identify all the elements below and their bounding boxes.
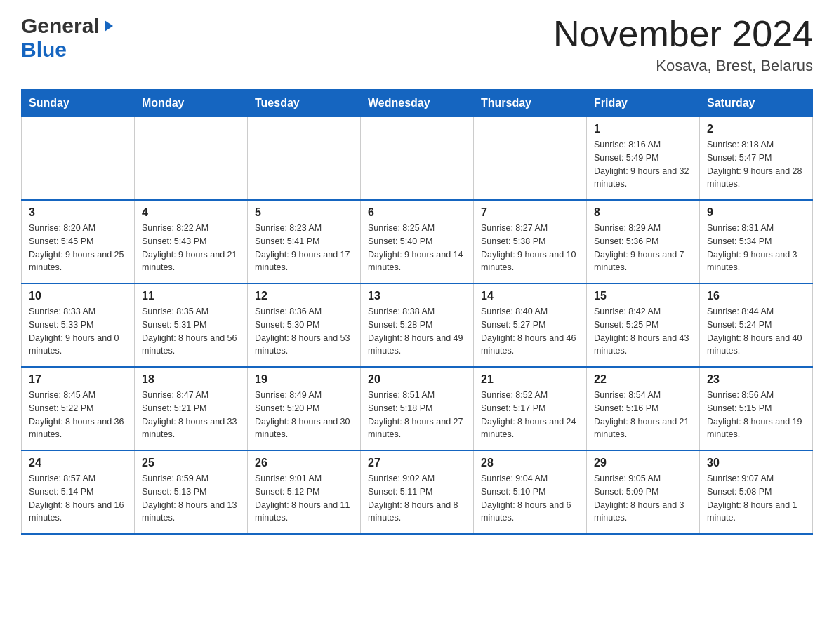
day-number: 14	[481, 290, 579, 302]
table-row: 12Sunrise: 8:36 AMSunset: 5:30 PMDayligh…	[248, 283, 361, 367]
day-info: Sunrise: 8:56 AMSunset: 5:15 PMDaylight:…	[707, 389, 805, 441]
table-row: 28Sunrise: 9:04 AMSunset: 5:10 PMDayligh…	[474, 450, 587, 534]
day-number: 2	[707, 123, 805, 135]
calendar-title-area: November 2024 Kosava, Brest, Belarus	[553, 14, 813, 75]
col-saturday: Saturday	[700, 90, 813, 117]
day-info: Sunrise: 8:54 AMSunset: 5:16 PMDaylight:…	[594, 389, 692, 441]
logo-arrow-icon	[102, 19, 116, 33]
logo: General Blue	[21, 14, 116, 62]
day-info: Sunrise: 8:59 AMSunset: 5:13 PMDaylight:…	[142, 472, 240, 525]
day-number: 29	[594, 457, 692, 469]
day-info: Sunrise: 8:44 AMSunset: 5:24 PMDaylight:…	[707, 305, 805, 358]
day-info: Sunrise: 9:07 AMSunset: 5:08 PMDaylight:…	[707, 472, 805, 525]
day-number: 11	[142, 290, 240, 302]
day-info: Sunrise: 8:49 AMSunset: 5:20 PMDaylight:…	[255, 389, 353, 441]
table-row: 21Sunrise: 8:52 AMSunset: 5:17 PMDayligh…	[474, 367, 587, 450]
day-info: Sunrise: 8:40 AMSunset: 5:27 PMDaylight:…	[481, 305, 579, 358]
table-row: 20Sunrise: 8:51 AMSunset: 5:18 PMDayligh…	[361, 367, 474, 450]
table-row: 14Sunrise: 8:40 AMSunset: 5:27 PMDayligh…	[474, 283, 587, 367]
table-row: 6Sunrise: 8:25 AMSunset: 5:40 PMDaylight…	[361, 200, 474, 283]
day-number: 21	[481, 373, 579, 386]
table-row	[248, 117, 361, 201]
day-number: 18	[142, 373, 240, 386]
calendar-subtitle: Kosava, Brest, Belarus	[553, 57, 813, 75]
day-info: Sunrise: 8:31 AMSunset: 5:34 PMDaylight:…	[707, 222, 805, 274]
table-row: 30Sunrise: 9:07 AMSunset: 5:08 PMDayligh…	[700, 450, 813, 534]
table-row	[135, 117, 248, 201]
table-row: 27Sunrise: 9:02 AMSunset: 5:11 PMDayligh…	[361, 450, 474, 534]
day-info: Sunrise: 8:20 AMSunset: 5:45 PMDaylight:…	[29, 222, 127, 274]
table-row: 5Sunrise: 8:23 AMSunset: 5:41 PMDaylight…	[248, 200, 361, 283]
day-info: Sunrise: 8:36 AMSunset: 5:30 PMDaylight:…	[255, 305, 353, 358]
day-info: Sunrise: 8:57 AMSunset: 5:14 PMDaylight:…	[29, 472, 127, 525]
day-info: Sunrise: 8:23 AMSunset: 5:41 PMDaylight:…	[255, 222, 353, 274]
day-number: 26	[255, 457, 353, 469]
day-number: 4	[142, 206, 240, 219]
table-row: 17Sunrise: 8:45 AMSunset: 5:22 PMDayligh…	[22, 367, 135, 450]
table-row	[22, 117, 135, 201]
day-info: Sunrise: 8:35 AMSunset: 5:31 PMDaylight:…	[142, 305, 240, 358]
col-sunday: Sunday	[22, 90, 135, 117]
day-info: Sunrise: 8:25 AMSunset: 5:40 PMDaylight:…	[368, 222, 466, 274]
table-row: 13Sunrise: 8:38 AMSunset: 5:28 PMDayligh…	[361, 283, 474, 367]
table-row: 1Sunrise: 8:16 AMSunset: 5:49 PMDaylight…	[587, 117, 700, 201]
day-number: 17	[29, 373, 127, 386]
day-info: Sunrise: 8:22 AMSunset: 5:43 PMDaylight:…	[142, 222, 240, 274]
day-info: Sunrise: 9:01 AMSunset: 5:12 PMDaylight:…	[255, 472, 353, 525]
calendar-table: Sunday Monday Tuesday Wednesday Thursday…	[21, 89, 813, 535]
day-number: 10	[29, 290, 127, 302]
day-number: 9	[707, 206, 805, 219]
day-info: Sunrise: 8:51 AMSunset: 5:18 PMDaylight:…	[368, 389, 466, 441]
day-number: 28	[481, 457, 579, 469]
calendar-week-row: 10Sunrise: 8:33 AMSunset: 5:33 PMDayligh…	[22, 283, 813, 367]
calendar-header-row: Sunday Monday Tuesday Wednesday Thursday…	[22, 90, 813, 117]
day-number: 1	[594, 123, 692, 135]
table-row: 16Sunrise: 8:44 AMSunset: 5:24 PMDayligh…	[700, 283, 813, 367]
day-number: 24	[29, 457, 127, 469]
day-number: 5	[255, 206, 353, 219]
col-thursday: Thursday	[474, 90, 587, 117]
day-info: Sunrise: 8:38 AMSunset: 5:28 PMDaylight:…	[368, 305, 466, 358]
day-info: Sunrise: 9:05 AMSunset: 5:09 PMDaylight:…	[594, 472, 692, 525]
day-number: 19	[255, 373, 353, 386]
day-info: Sunrise: 9:04 AMSunset: 5:10 PMDaylight:…	[481, 472, 579, 525]
table-row: 18Sunrise: 8:47 AMSunset: 5:21 PMDayligh…	[135, 367, 248, 450]
col-monday: Monday	[135, 90, 248, 117]
table-row: 22Sunrise: 8:54 AMSunset: 5:16 PMDayligh…	[587, 367, 700, 450]
day-number: 25	[142, 457, 240, 469]
day-number: 16	[707, 290, 805, 302]
table-row: 4Sunrise: 8:22 AMSunset: 5:43 PMDaylight…	[135, 200, 248, 283]
table-row: 26Sunrise: 9:01 AMSunset: 5:12 PMDayligh…	[248, 450, 361, 534]
table-row: 2Sunrise: 8:18 AMSunset: 5:47 PMDaylight…	[700, 117, 813, 201]
calendar-title: November 2024	[553, 14, 813, 54]
table-row	[361, 117, 474, 201]
day-info: Sunrise: 8:52 AMSunset: 5:17 PMDaylight:…	[481, 389, 579, 441]
svg-marker-0	[105, 20, 113, 32]
table-row: 15Sunrise: 8:42 AMSunset: 5:25 PMDayligh…	[587, 283, 700, 367]
day-number: 6	[368, 206, 466, 219]
day-number: 22	[594, 373, 692, 386]
table-row: 29Sunrise: 9:05 AMSunset: 5:09 PMDayligh…	[587, 450, 700, 534]
day-number: 7	[481, 206, 579, 219]
table-row: 24Sunrise: 8:57 AMSunset: 5:14 PMDayligh…	[22, 450, 135, 534]
table-row: 10Sunrise: 8:33 AMSunset: 5:33 PMDayligh…	[22, 283, 135, 367]
page-header: General Blue November 2024 Kosava, Brest…	[21, 14, 813, 75]
day-info: Sunrise: 8:42 AMSunset: 5:25 PMDaylight:…	[594, 305, 692, 358]
col-friday: Friday	[587, 90, 700, 117]
day-info: Sunrise: 8:29 AMSunset: 5:36 PMDaylight:…	[594, 222, 692, 274]
calendar-week-row: 1Sunrise: 8:16 AMSunset: 5:49 PMDaylight…	[22, 117, 813, 201]
table-row: 23Sunrise: 8:56 AMSunset: 5:15 PMDayligh…	[700, 367, 813, 450]
table-row: 3Sunrise: 8:20 AMSunset: 5:45 PMDaylight…	[22, 200, 135, 283]
table-row	[474, 117, 587, 201]
day-number: 20	[368, 373, 466, 386]
calendar-week-row: 3Sunrise: 8:20 AMSunset: 5:45 PMDaylight…	[22, 200, 813, 283]
day-number: 13	[368, 290, 466, 302]
calendar-week-row: 17Sunrise: 8:45 AMSunset: 5:22 PMDayligh…	[22, 367, 813, 450]
day-info: Sunrise: 8:33 AMSunset: 5:33 PMDaylight:…	[29, 305, 127, 358]
logo-general-text: General	[21, 14, 100, 38]
logo-blue-text: Blue	[21, 38, 67, 62]
table-row: 19Sunrise: 8:49 AMSunset: 5:20 PMDayligh…	[248, 367, 361, 450]
day-number: 15	[594, 290, 692, 302]
table-row: 11Sunrise: 8:35 AMSunset: 5:31 PMDayligh…	[135, 283, 248, 367]
table-row: 9Sunrise: 8:31 AMSunset: 5:34 PMDaylight…	[700, 200, 813, 283]
